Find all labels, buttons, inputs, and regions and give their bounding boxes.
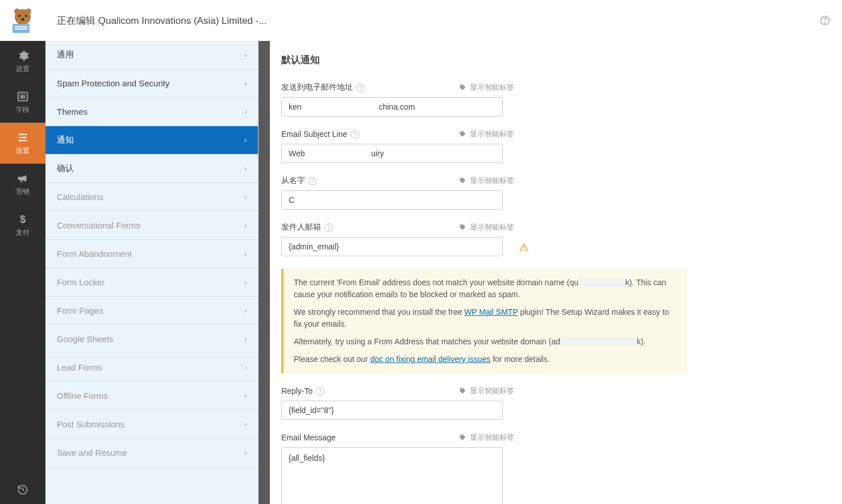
sidebar-item-spam[interactable]: Spam Protection and Security ›	[45, 69, 258, 98]
sidebar-item-offline[interactable]: Offline Forms ›	[45, 382, 258, 410]
sidebar-item-save[interactable]: Save and Resume ›	[45, 439, 258, 467]
help-tooltip-icon[interactable]: ?	[351, 130, 359, 139]
svg-point-4	[14, 9, 20, 14]
help-tooltip-icon[interactable]: ?	[309, 177, 317, 185]
svg-text:$: $	[20, 213, 26, 225]
smart-tags-toggle[interactable]: 显示智能标签	[458, 386, 514, 396]
help-tooltip-icon[interactable]: ?	[316, 387, 324, 395]
sidebar-item-label: Themes	[57, 107, 87, 116]
panel-title: 默认通知	[281, 52, 821, 66]
message-textarea[interactable]	[281, 447, 503, 504]
from-name-input[interactable]	[281, 190, 503, 210]
subject-input[interactable]	[281, 144, 503, 163]
rail-label: 设置	[16, 146, 30, 156]
chevron-right-icon: ›	[244, 363, 247, 372]
alert-text: The current 'From Email' address does no…	[294, 278, 578, 287]
sidebar-scrollbar[interactable]	[259, 41, 270, 504]
sidebar-item-calculations[interactable]: Calculations ›	[45, 183, 258, 211]
chevron-right-icon: ›	[244, 278, 247, 286]
sidebar-item-pages[interactable]: Form Pages ›	[45, 297, 258, 325]
field-send-to: 发送到电子邮件地址 ? 显示智能标签	[281, 82, 514, 116]
sidebar-item-label: Spam Protection and Security	[57, 78, 169, 88]
header-help-button[interactable]	[819, 15, 831, 26]
chevron-right-icon: ›	[244, 420, 247, 428]
field-reply-to: Reply-To ? 显示智能标签	[281, 386, 514, 420]
field-label: 发送到电子邮件地址	[281, 82, 353, 93]
smart-tags-toggle[interactable]: 显示智能标签	[458, 432, 514, 443]
svg-point-5	[26, 9, 31, 14]
sidebar-item-label: Calculations	[57, 192, 103, 202]
rail-item-marketing[interactable]: 营销	[0, 164, 45, 205]
smart-tags-toggle[interactable]: 显示智能标签	[458, 222, 514, 232]
smart-tags-label: 显示智能标签	[470, 82, 514, 93]
alert-text: Alternately, try using a From Address th…	[294, 337, 560, 346]
smart-tags-label: 显示智能标签	[470, 176, 514, 186]
field-label: 从名字	[281, 176, 305, 186]
sidebar-item-label: Google Sheets	[57, 334, 113, 344]
reply-to-input[interactable]	[281, 401, 503, 420]
rail-item-setup[interactable]: 设置	[0, 41, 45, 82]
field-label: Reply-To	[281, 386, 312, 395]
chevron-right-icon: ›	[244, 335, 247, 343]
chevron-right-icon: ›	[244, 164, 247, 173]
sidebar-item-label: 通知	[57, 135, 74, 145]
smart-tags-label: 显示智能标签	[470, 432, 514, 443]
sidebar-item-leads[interactable]: Lead Forms ›	[45, 353, 258, 382]
field-label: Email Subject Line	[281, 130, 347, 139]
help-circle-icon	[819, 15, 831, 26]
rail-history-button[interactable]	[0, 476, 45, 504]
sidebar-item-label: Form Pages	[57, 306, 103, 315]
wp-mail-smtp-link[interactable]: WP Mail SMTP	[464, 307, 518, 316]
from-email-input[interactable]	[281, 237, 503, 256]
smart-tags-label: 显示智能标签	[470, 386, 514, 396]
app-logo	[0, 0, 45, 41]
smart-tags-toggle[interactable]: 显示智能标签	[458, 176, 514, 186]
content-panel: 默认通知 发送到电子邮件地址 ? 显示智能标签	[270, 41, 838, 504]
gear-icon	[16, 49, 29, 62]
tag-icon	[458, 84, 466, 91]
help-tooltip-icon[interactable]: ?	[356, 84, 365, 92]
chevron-right-icon: ›	[244, 107, 247, 116]
sidebar-item-post[interactable]: Post Submissions ›	[45, 410, 258, 439]
smart-tags-toggle[interactable]: 显示智能标签	[458, 82, 514, 93]
sidebar-item-label: Conversational Forms	[57, 220, 140, 230]
sidebar-item-label: Form Abandonment	[57, 249, 132, 259]
svg-point-21	[824, 23, 825, 23]
sidebar-item-label: Offline Forms	[57, 391, 108, 401]
sidebar-item-abandonment[interactable]: Form Abandonment ›	[45, 240, 258, 268]
svg-point-1	[18, 15, 20, 17]
field-message: Email Message 显示智能标签	[281, 432, 514, 504]
settings-sidebar: 通用 › Spam Protection and Security › Them…	[45, 41, 259, 504]
smart-tags-toggle[interactable]: 显示智能标签	[458, 129, 514, 139]
sidebar-item-notifications[interactable]: 通知 ›	[45, 126, 258, 155]
tag-icon	[458, 387, 466, 395]
email-delivery-doc-link[interactable]: doc on fixing email delivery issues	[370, 355, 491, 364]
help-tooltip-icon[interactable]: ?	[324, 223, 333, 232]
sidebar-item-general[interactable]: 通用 ›	[45, 41, 258, 69]
rail-item-fields[interactable]: 字段	[0, 82, 45, 123]
sidebar-item-label: Post Submissions	[57, 419, 124, 429]
sidebar-item-conversational[interactable]: Conversational Forms ›	[45, 211, 258, 240]
rail-item-payments[interactable]: $ 支付	[0, 205, 45, 245]
chevron-right-icon: ›	[244, 79, 247, 88]
alert-text: for more details.	[490, 355, 549, 364]
svg-point-3	[21, 18, 24, 20]
chevron-right-icon: ›	[244, 249, 247, 258]
chevron-right-icon: ›	[244, 391, 247, 400]
sidebar-item-sheets[interactable]: Google Sheets ›	[45, 325, 258, 353]
rail-label: 营销	[16, 187, 30, 197]
sidebar-item-themes[interactable]: Themes ›	[45, 98, 258, 126]
page-title: 正在编辑 Qualicom Innovations (Asia) Limited…	[57, 14, 266, 27]
send-to-input[interactable]	[281, 97, 503, 116]
list-icon	[16, 90, 29, 103]
sidebar-item-locker[interactable]: Form Locker ›	[45, 268, 258, 297]
sidebar-item-confirmations[interactable]: 确认 ›	[45, 155, 258, 183]
field-label: 发件人邮箱	[281, 222, 321, 232]
rail-item-settings[interactable]: 设置	[0, 123, 45, 164]
chevron-right-icon: ›	[244, 448, 247, 457]
alert-text: We strongly recommend that you install t…	[294, 307, 464, 316]
warning-icon	[519, 242, 529, 252]
svg-rect-8	[15, 28, 27, 30]
main-rail: 设置 字段 设置 营销 $ 支付	[0, 0, 45, 504]
svg-point-18	[19, 139, 22, 141]
